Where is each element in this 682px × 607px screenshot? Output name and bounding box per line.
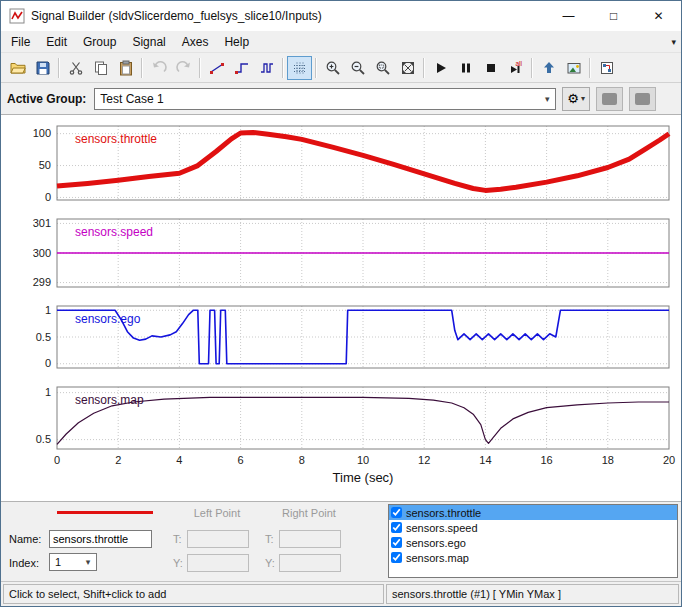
signal-checkbox-sensors-throttle[interactable] [391, 507, 402, 518]
undo-icon [151, 60, 167, 76]
grid-button[interactable] [287, 56, 312, 80]
snapshot-button[interactable] [561, 56, 586, 80]
signal-checkbox-sensors-ego[interactable] [391, 537, 402, 548]
signal-pulse-button[interactable] [254, 56, 279, 80]
right-t-input [279, 530, 341, 548]
y-tick-label: 1 [45, 386, 51, 398]
copy-icon [93, 60, 109, 76]
y-tick-label: 100 [33, 127, 51, 139]
save-icon [35, 60, 51, 76]
pause-button[interactable] [453, 56, 478, 80]
menu-file[interactable]: File [3, 33, 38, 51]
disabled-tool-button-2 [629, 87, 656, 111]
signal-name-label: sensors.map [75, 393, 144, 407]
gear-icon: ⚙ [567, 91, 579, 106]
statusbar: Click to select, Shift+click to add sens… [1, 582, 681, 606]
left-y-label: Y: [173, 557, 183, 569]
signal-checkbox-sensors-map[interactable] [391, 552, 402, 563]
menubar-overflow-icon[interactable]: ▾ [671, 37, 681, 47]
model-icon [599, 60, 615, 76]
undo-button [146, 56, 171, 80]
menu-signal[interactable]: Signal [124, 33, 173, 51]
step-all-button[interactable]: all [503, 56, 528, 80]
fit-view-icon [400, 60, 416, 76]
x-tick-label: 8 [299, 454, 305, 466]
active-group-value: Test Case 1 [100, 92, 163, 106]
close-button[interactable]: ✕ [636, 1, 681, 31]
toolbar-separator [423, 58, 425, 78]
status-selection: sensors.throttle (#1) [ YMin YMax ] [386, 584, 679, 604]
x-tick-label: 16 [540, 454, 552, 466]
stop-button[interactable] [478, 56, 503, 80]
x-tick-label: 12 [418, 454, 430, 466]
plot-sensors-throttle[interactable]: 050100sensors.throttle [5, 123, 677, 203]
signal-list-item-sensors-speed[interactable]: sensors.speed [389, 520, 677, 535]
chevron-down-icon: ▾ [581, 94, 585, 103]
y-tick-label: 299 [33, 276, 51, 288]
run-button[interactable] [428, 56, 453, 80]
up-icon [541, 60, 557, 76]
signal-checkbox-sensors-speed[interactable] [391, 522, 402, 533]
left-y-input [187, 554, 249, 572]
titlebar[interactable]: Signal Builder (sldvSlicerdemo_fuelsys_s… [1, 1, 681, 31]
zoom-in-button[interactable] [320, 56, 345, 80]
plot-sensors-map[interactable]: 0.51sensors.map02468101214161820Time (se… [5, 384, 677, 489]
maximize-button[interactable]: □ [591, 1, 636, 31]
signal-step-button[interactable] [229, 56, 254, 80]
name-label: Name: [9, 533, 41, 545]
paste-button[interactable] [113, 56, 138, 80]
status-hint: Click to select, Shift+click to add [3, 584, 384, 604]
index-label: Index: [9, 557, 39, 569]
fit-view-button[interactable] [395, 56, 420, 80]
run-icon [433, 60, 449, 76]
group-settings-button[interactable]: ⚙ ▾ [562, 87, 590, 111]
menu-help[interactable]: Help [216, 33, 257, 51]
toolbar-separator [199, 58, 201, 78]
signal-list: sensors.throttlesensors.speedsensors.ego… [388, 504, 678, 578]
signal-name-label: sensors.speed [75, 225, 153, 239]
signal-list-item-sensors-map[interactable]: sensors.map [389, 550, 677, 565]
cut-icon [68, 60, 84, 76]
menu-group[interactable]: Group [75, 33, 124, 51]
signal-pulse-icon [259, 60, 275, 76]
open-button[interactable] [5, 56, 30, 80]
menu-edit[interactable]: Edit [38, 33, 75, 51]
save-button[interactable] [30, 56, 55, 80]
up-button[interactable] [536, 56, 561, 80]
zoom-out-button[interactable] [345, 56, 370, 80]
signal-label: sensors.speed [406, 522, 478, 534]
signal-label: sensors.throttle [406, 507, 481, 519]
right-y-input [279, 554, 341, 572]
signal-line-button[interactable] [204, 56, 229, 80]
point-editor-panel: Left Point Right Point Name: T: T: Index… [1, 502, 681, 582]
model-button[interactable] [594, 56, 619, 80]
plot-sensors-speed[interactable]: 299300301sensors.speed [5, 216, 677, 290]
index-dropdown[interactable]: 1 ▾ [49, 553, 97, 571]
plot-sensors-ego[interactable]: 00.51sensors.ego [5, 303, 677, 371]
signal-list-item-sensors-throttle[interactable]: sensors.throttle [389, 505, 677, 520]
svg-text:all: all [515, 60, 522, 67]
left-point-label: Left Point [169, 507, 265, 519]
zoom-box-button[interactable] [370, 56, 395, 80]
window-buttons: — □ ✕ [546, 1, 681, 31]
minimize-button[interactable]: — [546, 1, 591, 31]
x-tick-label: 2 [115, 454, 121, 466]
name-input[interactable] [49, 530, 152, 548]
plot-row-sensors-ego: 00.51sensors.ego [5, 303, 681, 371]
signal-list-item-sensors-ego[interactable]: sensors.ego [389, 535, 677, 550]
toolbar-separator [315, 58, 317, 78]
stop-icon [483, 60, 499, 76]
x-axis-label: Time (sec) [333, 470, 394, 485]
toolbar: all [1, 53, 681, 83]
toolbar-separator [58, 58, 60, 78]
y-tick-label: 301 [33, 217, 51, 229]
left-t-label: T: [173, 533, 182, 545]
menu-axes[interactable]: Axes [174, 33, 217, 51]
copy-button[interactable] [88, 56, 113, 80]
plot-area: 050100sensors.throttle299300301sensors.s… [1, 115, 681, 502]
cut-button[interactable] [63, 56, 88, 80]
active-group-combobox[interactable]: Test Case 1 ▾ [94, 88, 556, 110]
x-tick-label: 6 [238, 454, 244, 466]
grid-icon [292, 60, 308, 76]
chevron-down-icon: ▾ [80, 557, 96, 567]
